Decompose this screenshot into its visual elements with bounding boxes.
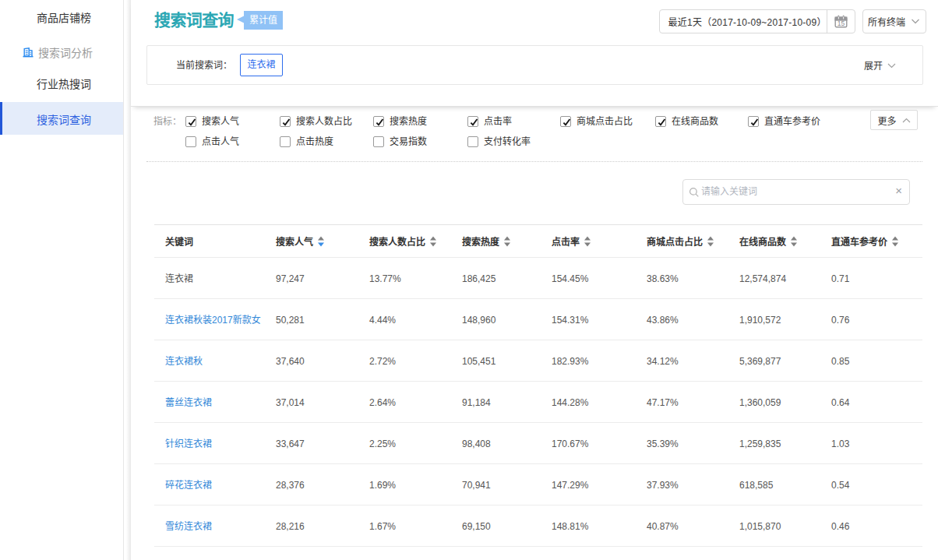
svg-text:15: 15 (838, 19, 845, 27)
